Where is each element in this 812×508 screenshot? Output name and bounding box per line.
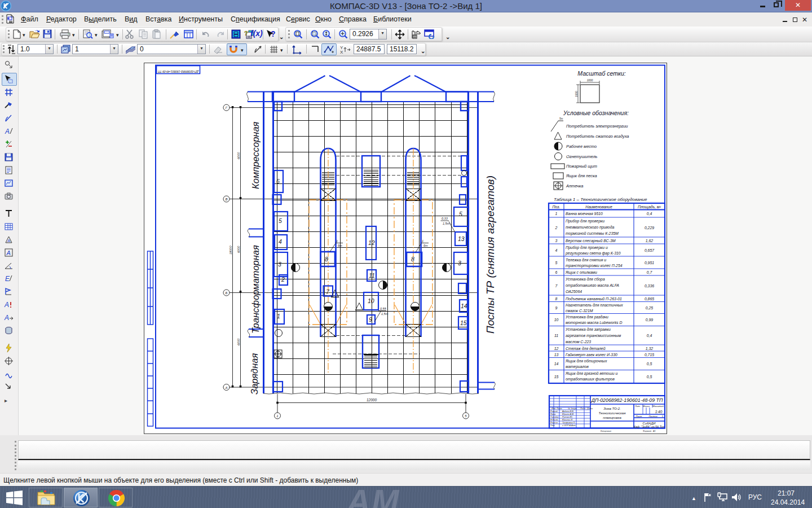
svg-text:Юрьев А.М.: Юрьев А.М. [562,413,574,415]
svg-text:пневматического привода: пневматического привода [566,225,614,230]
svg-text:Огнетушитель: Огнетушитель [566,154,598,159]
svg-text:Утв.: Утв. [550,424,555,427]
svg-text:5т: 5т [559,117,563,120]
svg-text:1: 1 [276,414,278,418]
svg-text:Таблица 1 – Технологическое об: Таблица 1 – Технологическое оборудование [554,197,647,202]
svg-text:Тележка для снятия и: Тележка для снятия и [566,258,606,262]
svg-text:11: 11 [369,272,375,279]
svg-text:0,5: 0,5 [647,375,652,379]
svg-text:Потребитель электроэнергии: Потребитель электроэнергии [566,124,628,129]
svg-text:Дата: Дата [586,408,593,410]
svg-text:A: A [6,249,11,256]
svg-text:A: A [5,128,10,135]
svg-text:Пров.: Пров. [550,413,556,415]
svg-text:12: 12 [554,347,559,351]
svg-text:Раенко Ю.: Раенко Ю. [562,416,573,418]
svg-text:1: 1 [555,212,558,216]
svg-text:5: 5 [279,217,282,224]
svg-text:A: A [7,238,11,243]
svg-text:6т: 6т [423,244,428,247]
svg-text:транспортировки колес П-254: транспортировки колес П-254 [566,264,623,268]
svg-text:Копировал: Копировал [601,430,612,432]
svg-text:0,229: 0,229 [645,226,654,230]
svg-text:?: ? [271,29,276,38]
svg-text:5: 5 [555,261,558,265]
svg-text:тормозной системы К-235М: тормозной системы К-235М [566,231,619,236]
svg-text:Ванна моечная 9510: Ванна моечная 9510 [566,212,603,216]
svg-text:1,5т: 1,5т [443,222,450,225]
svg-text:отработавшего масла ALFA: отработавшего масла ALFA [566,283,619,288]
svg-text:OA25064: OA25064 [566,290,582,294]
svg-text:13: 13 [458,235,465,242]
svg-text:0,55: 0,55 [380,307,387,310]
svg-text:Каф. "ЭиРА" гр.5А Тсп: Каф. "ЭиРА" гр.5А Тсп [634,425,665,428]
svg-text:материалов: материалов [566,365,589,369]
svg-text:Н.Конт.: Н.Конт. [550,419,558,421]
svg-text:Юрьева И.: Юрьева И. [562,419,573,421]
svg-text:0,715: 0,715 [645,353,654,357]
svg-text:8: 8 [325,256,328,262]
svg-text:Б: Б [226,291,228,295]
svg-text:№ докум.: № докум. [568,408,577,410]
svg-text:?: ? [244,30,248,37]
svg-text:A: A [4,301,9,309]
svg-text:А: А [224,386,227,389]
svg-text:10: 10 [368,297,374,304]
svg-text:1,32: 1,32 [646,347,654,351]
svg-text:1: 1 [277,313,280,319]
svg-text:смазок С-321М: смазок С-321М [566,309,593,313]
svg-text:В: В [225,198,227,201]
svg-text:1:40: 1:40 [655,410,663,414]
svg-text:Трофимов П.: Трофимов П. [562,422,575,424]
svg-text:Условные обозначения:: Условные обозначения: [563,110,629,116]
svg-text:Т.контр.: Т.контр. [550,416,559,418]
svg-text:6000: 6000 [237,246,240,253]
svg-text:Подп.: Подп. [580,408,586,410]
svg-text:Рабочее место: Рабочее место [566,144,597,149]
svg-text:0,865: 0,865 [645,297,654,301]
svg-text:0,951: 0,951 [645,261,654,265]
svg-text:6т: 6т [338,244,342,247]
svg-text:Потребитель сжатого воздуха: Потребитель сжатого воздуха [566,134,629,139]
svg-text:1,62: 1,62 [646,239,654,243]
svg-text:Верстак слесарный ВС-3М: Верстак слесарный ВС-3М [566,239,616,243]
svg-text:моторного масла Lubeworks D: моторного масла Lubeworks D [566,321,622,325]
svg-text:18000: 18000 [229,246,232,255]
svg-text:0,25: 0,25 [646,306,654,310]
svg-text:6: 6 [555,270,558,274]
svg-text:8: 8 [411,256,414,262]
svg-text:1: 1 [662,415,663,418]
svg-text:0,33: 0,33 [442,217,448,220]
svg-text:отработавших фильтров: отработавших фильтров [566,377,615,382]
svg-text:E: E [5,275,10,283]
svg-text:Наименование: Наименование [585,205,612,209]
svg-text:14: 14 [461,303,467,309]
svg-text:Лист: Лист [556,408,562,410]
svg-text:Масштаб: Масштаб [652,405,664,408]
svg-text:9: 9 [555,306,558,310]
svg-text:1: 1 [336,239,338,243]
svg-text:A: A [4,314,9,322]
svg-text:Технологическая: Технологическая [599,411,626,415]
svg-text:Нагнетатель для пластичных: Нагнетатель для пластичных [566,303,623,307]
svg-text:Зона ТО-2.: Зона ТО-2. [603,407,621,410]
svg-text:12: 12 [368,239,375,246]
svg-text:6000: 6000 [237,152,240,159]
svg-text:Установка для раздачи: Установка для раздачи [565,315,608,319]
svg-text:Масса: Масса [643,405,650,408]
svg-text:Формат: Формат [643,430,651,432]
svg-text:0,5: 0,5 [647,362,652,366]
svg-text:и ЧОП А.Авт.: и ЧОП А.Авт. [562,424,576,427]
svg-text:Подъемник канавный П-263-01: Подъемник канавный П-263-01 [566,297,622,301]
svg-text:10: 10 [554,318,559,322]
svg-text:3: 3 [458,260,461,266]
svg-text:1,5т: 1,5т [381,312,389,316]
svg-text:Лит.: Лит. [634,405,641,408]
svg-text:0,336: 0,336 [645,284,654,288]
svg-text:Акбаев В.В.: Акбаев В.В. [562,410,574,413]
svg-text:15: 15 [554,375,559,379]
svg-text:планировка: планировка [603,416,621,419]
svg-text:2: 2 [555,226,558,230]
svg-text:8: 8 [555,297,558,301]
svg-text:Ящик для обтирочных: Ящик для обтирочных [565,359,607,364]
